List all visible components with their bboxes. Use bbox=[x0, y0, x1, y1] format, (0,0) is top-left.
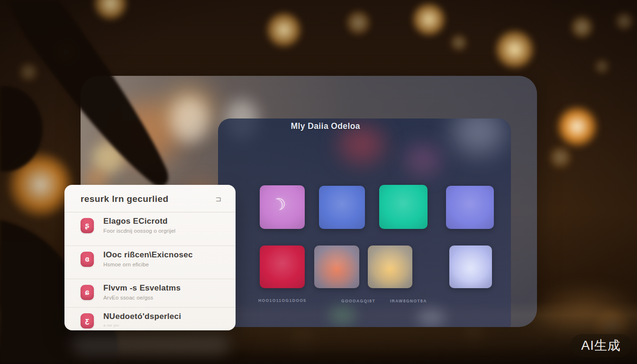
icon-glyph: ƹ bbox=[85, 317, 89, 325]
item-title: IOoc rißcen\Exicnosec bbox=[103, 250, 193, 260]
lock-blob-icon: ɞ bbox=[81, 252, 94, 267]
curl-icon: ƹ bbox=[81, 313, 94, 328]
swirl-icon: ɕ bbox=[81, 285, 94, 300]
icon-glyph: ɞ bbox=[85, 255, 89, 264]
slashed-s-icon: ʂ bbox=[81, 218, 94, 233]
results-card: resurk lrn gecurlied ⊐ ʂ Elagos ECicrotd… bbox=[64, 185, 236, 330]
item-subtitle: Hsmoe orn eficibe bbox=[103, 262, 193, 267]
item-subtitle: ArvEo ssoac oe/gss bbox=[103, 295, 181, 300]
item-text: NUedoetó'dsperleci a ner prv bbox=[103, 312, 181, 330]
watermark-text: AI生成 bbox=[581, 337, 621, 354]
item-subtitle: a ner prv bbox=[103, 323, 181, 328]
ai-generated-watermark: AI生成 bbox=[571, 334, 631, 357]
result-item[interactable]: ʂ Elagos ECicrotd Foor iscdnij oossog o … bbox=[64, 212, 236, 246]
icon-glyph: ʂ bbox=[85, 221, 90, 230]
card-title: resurk lrn gecurlied bbox=[81, 194, 168, 204]
result-item[interactable]: ɕ Flvvm -s Esvelatms ArvEo ssoac oe/gss bbox=[64, 279, 236, 307]
result-item[interactable]: ɞ IOoc rißcen\Exicnosec Hsmoe orn eficib… bbox=[64, 246, 236, 279]
result-item[interactable]: ƹ NUedoetó'dsperleci a ner prv bbox=[64, 307, 236, 330]
item-title: NUedoetó'dsperleci bbox=[103, 312, 181, 321]
card-reflection bbox=[72, 333, 229, 355]
collapse-icon[interactable]: ⊐ bbox=[215, 195, 221, 203]
item-subtitle: Foor iscdnij oossog o orgrijel bbox=[103, 228, 175, 234]
scene: Mly Daiia Odeloa ☾ HOO1O11OG1DOO5 GOOOAG… bbox=[0, 0, 637, 364]
item-text: Elagos ECicrotd Foor iscdnij oossog o or… bbox=[103, 217, 175, 246]
item-title: Elagos ECicrotd bbox=[103, 217, 175, 226]
card-header: resurk lrn gecurlied ⊐ bbox=[64, 185, 236, 212]
icon-glyph: ɕ bbox=[85, 288, 90, 297]
item-text: Flvvm -s Esvelatms ArvEo ssoac oe/gss bbox=[103, 283, 181, 307]
item-text: IOoc rißcen\Exicnosec Hsmoe orn eficibe bbox=[103, 250, 193, 279]
item-title: Flvvm -s Esvelatms bbox=[103, 283, 181, 293]
